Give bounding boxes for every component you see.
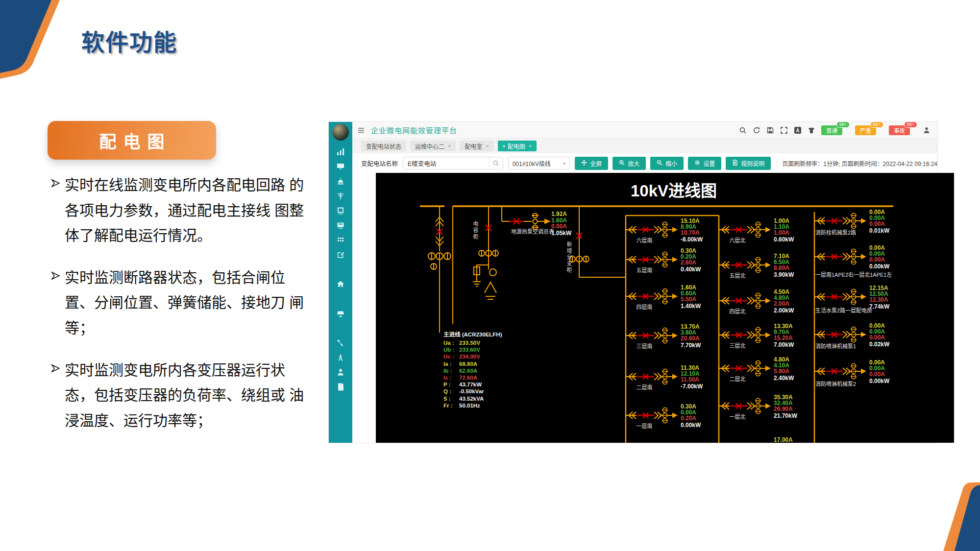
feeder-label: 六层北 (730, 238, 746, 243)
toolbar-button-move[interactable]: 全屏 (575, 157, 608, 170)
app-logo (332, 124, 349, 141)
feeder-value: 11.50A (681, 376, 699, 383)
tab-close-icon[interactable]: × (448, 143, 451, 149)
diagram-canvas[interactable]: 10kV进线图 (376, 173, 954, 443)
feeder: 五层北7.10A6.50A8.60A3.90kW (719, 253, 794, 279)
bullet-item: 实时监测断路器状态，包括合闸位 置、分闸位置、弹簧储能、接地刀 闸等； (51, 265, 316, 341)
feeder-label: 四层北 (730, 309, 746, 314)
main-incoming-value: 50.01Hz (459, 403, 480, 408)
substation-icon[interactable] (336, 192, 345, 200)
feeder-label: 消防喷淋机械泵2 (815, 381, 856, 387)
main-incoming-title: 主进线 (ACR230ELFH) (443, 331, 502, 337)
app-header: 企业微电网能效管理平台 普通99+严重99+事故99+ (352, 122, 937, 139)
alarm-badge[interactable]: 普通99+ (821, 125, 842, 135)
feeder-label: 生活水泵2路一层配电房 (815, 307, 872, 313)
toolbar-button-zoom-out[interactable]: 缩小 (650, 157, 684, 170)
tab-active[interactable]: ●配电图× (498, 141, 537, 151)
tab-item[interactable]: 变配电站状态 (361, 141, 406, 151)
feeder-value: -8.00kW (681, 236, 703, 243)
feeder-value: 7.74kW (869, 303, 890, 310)
save-icon[interactable] (766, 126, 774, 134)
feeder-label: 四层南 (637, 304, 653, 310)
feeder-value: 2.40kW (774, 375, 794, 382)
tab-label: 运维中心二 (415, 142, 444, 150)
corner-decoration-top-left (0, 0, 86, 83)
bullet-item: 实时在线监测变电所内各配电回路 的各项电力参数，通过配电主接线 图整体了解配电运… (51, 172, 316, 248)
refresh-icon[interactable] (753, 126, 760, 134)
main-incoming-label: Uc : (443, 354, 454, 359)
hvac-value: 1.05kW (551, 230, 572, 237)
feeder-value: 0.00kW (869, 378, 890, 384)
fullscreen-icon[interactable] (780, 126, 788, 134)
gear-icon (694, 160, 700, 167)
home-icon[interactable] (336, 280, 345, 288)
bullet-list: 实时在线监测变电所内各配电回路 的各项电力参数，通过配电主接线 图整体了解配电运… (51, 172, 316, 450)
card-reader-icon[interactable] (336, 221, 345, 230)
station-search-input[interactable]: E楼变电站 (403, 157, 503, 169)
edit-icon[interactable] (336, 250, 345, 259)
feeder-label: 三层北 (730, 343, 746, 349)
user-icon[interactable] (923, 126, 931, 134)
app-main: 企业微电网能效管理平台 普通99+严重99+事故99+ 变配电站状态运维中心二×… (352, 122, 937, 443)
bar-chart-icon[interactable] (336, 147, 345, 156)
main-incoming-value: 72.60A (459, 375, 477, 381)
feeder-value: 0.40kW (681, 266, 701, 273)
toolbar-button-zoom-in[interactable]: 放大 (612, 157, 646, 170)
bullet-arrow-icon (51, 363, 65, 433)
report-icon[interactable] (336, 383, 345, 391)
feeder-value: 0.00A (869, 256, 885, 263)
menu-toggle-icon[interactable] (357, 126, 365, 134)
main-incoming-label: Q : (443, 388, 451, 394)
main-incoming-value: 234.00V (459, 354, 480, 359)
main-incoming-value: 43.77kW (459, 382, 482, 387)
bullet-item: 实时监测变电所内各变压器运行状 态，包括变压器的负荷率、绕组或 油浸温度、运行功… (51, 358, 316, 433)
page-title: 软件功能 (81, 24, 177, 57)
main-incoming-label: Ub : (443, 347, 454, 353)
toolbar: 变配电站名称 E楼变电站 001#10kV接线 ▾ 全屏放大缩小设置规则说明 页… (352, 153, 937, 173)
feeder-value: 0.20A (681, 415, 696, 422)
alarm-badge[interactable]: 事故99+ (889, 125, 910, 135)
feeder-value: 5.50A (681, 296, 696, 303)
alarm-icon[interactable] (336, 177, 345, 186)
bullet-text: 实时监测断路器状态，包括合闸位 置、分闸位置、弹簧储能、接地刀 闸等； (65, 265, 310, 341)
tab-close-icon[interactable]: × (486, 143, 489, 149)
translate-icon[interactable] (794, 126, 802, 134)
inspection-icon[interactable] (336, 206, 345, 215)
toolbar-button-gear[interactable]: 设置 (688, 157, 721, 170)
search-icon[interactable] (489, 157, 503, 169)
theme-icon[interactable] (808, 126, 815, 134)
toolbar-button-label: 放大 (628, 159, 639, 168)
app-window: 企业微电网能效管理平台 普通99+严重99+事故99+ 变配电站状态运维中心二×… (328, 121, 938, 443)
feeder-value: 0.60kW (774, 236, 794, 243)
user-icon[interactable] (336, 368, 345, 377)
tab-close-icon[interactable]: × (529, 143, 532, 149)
line-select[interactable]: 001#10kV接线 ▾ (508, 157, 570, 169)
active-dot-icon: ● (503, 144, 505, 148)
tools-icon[interactable] (336, 338, 345, 347)
feeder-value: 0.00kW (681, 422, 701, 429)
feeder-value: 5.90A (774, 368, 789, 375)
solar-panel-icon[interactable] (336, 309, 345, 318)
search-icon[interactable] (739, 126, 747, 134)
panel-grid-icon[interactable] (336, 236, 345, 244)
main-incoming-label: P : (443, 382, 451, 387)
monitor-icon[interactable] (336, 162, 345, 171)
main-incoming-label: Fr : (443, 403, 453, 408)
toolbar-button-doc[interactable]: 规则说明 (726, 157, 771, 170)
main-incoming-value: 68.80A (459, 361, 477, 367)
feeder-value: 0.02kW (869, 341, 890, 348)
feeder: 一层南0.30A0.00A0.20A0.00kW (626, 403, 701, 429)
feeder-value: 0.00A (869, 220, 885, 227)
feeder-label: 五层南 (637, 267, 653, 273)
feeder-label: 一层北 (730, 414, 746, 420)
station-name-label: 变配电站名称 (361, 159, 398, 168)
tab-item[interactable]: 配电室× (460, 141, 493, 151)
section-label: 配电图 (48, 121, 216, 160)
hvac-label: 地源热泵空调总表 (511, 228, 554, 235)
feeder-value: 0.00A (869, 334, 885, 341)
app-sidebar (329, 122, 352, 443)
tab-item[interactable]: 运维中心二× (410, 141, 456, 151)
power-tower-icon[interactable] (336, 353, 345, 362)
alarm-badge[interactable]: 严重99+ (855, 125, 876, 135)
tab-label: 配电图 (508, 142, 525, 150)
